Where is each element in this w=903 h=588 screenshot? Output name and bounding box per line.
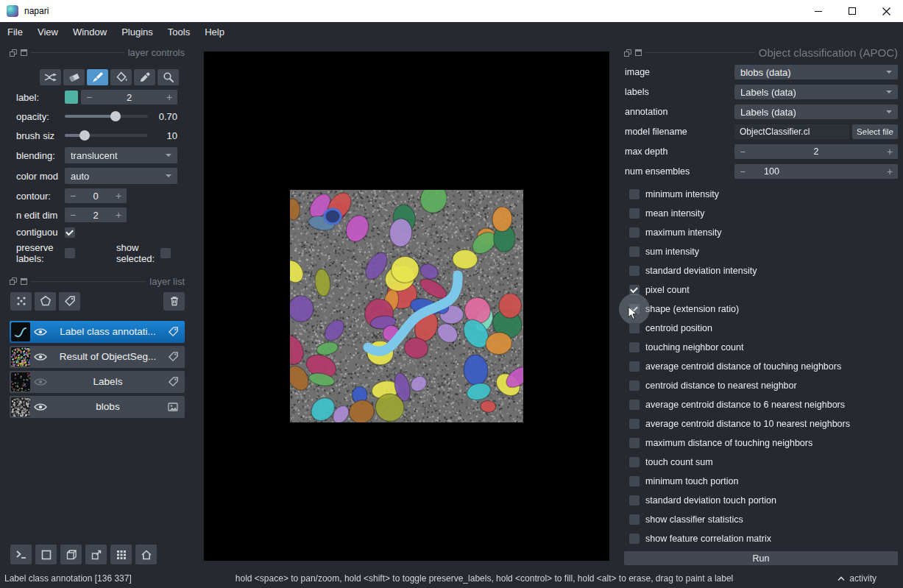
feature-checkbox[interactable] [629, 438, 640, 448]
num-ensembles-value[interactable]: 100 [751, 166, 882, 177]
feature-checkbox[interactable] [629, 419, 640, 429]
visibility-eye-icon[interactable] [34, 327, 50, 336]
slider-handle[interactable] [110, 111, 121, 121]
annotation-dropdown[interactable]: Labels (data) [734, 105, 898, 119]
status-layer-info: Label class annotation [136 337] [4, 573, 132, 584]
contiguous-checkbox[interactable] [65, 227, 75, 238]
layer-row-labels[interactable]: Labels [10, 371, 185, 393]
dock-float-icon[interactable] [624, 49, 631, 57]
n-edit-dim-value[interactable]: 2 [81, 210, 110, 221]
visibility-eye-icon[interactable] [34, 353, 50, 361]
feature-checkbox[interactable] [629, 342, 640, 353]
new-labels-layer-button[interactable] [59, 292, 80, 311]
menu-item-plugins[interactable]: Plugins [114, 22, 160, 42]
minimize-icon [815, 11, 822, 12]
feature-checkbox[interactable] [629, 495, 640, 506]
dock-hide-icon[interactable] [635, 49, 642, 56]
layer-list-title: layer list [149, 276, 185, 287]
opacity-slider[interactable] [65, 109, 148, 124]
feature-checkbox[interactable] [629, 380, 640, 391]
transpose-dimensions-button[interactable] [85, 545, 107, 564]
dock-hide-icon[interactable] [21, 278, 27, 285]
home-button[interactable] [135, 545, 157, 564]
max-depth-decrement-button[interactable]: − [734, 144, 751, 159]
feature-checkbox[interactable] [629, 189, 640, 199]
maximize-icon [849, 7, 856, 15]
activity-toggle[interactable]: activity [837, 573, 877, 584]
num-ensembles-increment-button[interactable]: + [882, 164, 898, 179]
num-ensembles-decrement-button[interactable]: − [734, 164, 751, 179]
label-color-swatch[interactable] [65, 91, 78, 104]
contour-caption: contour: [16, 191, 65, 202]
contour-decrement-button[interactable]: − [65, 188, 81, 203]
paint-tool-button[interactable] [87, 69, 108, 85]
select-file-button[interactable]: Select file [852, 124, 898, 139]
image-dropdown[interactable]: blobs (data) [734, 65, 898, 79]
layer-row-annotation[interactable]: Label class annotati... [10, 321, 185, 343]
feature-checkbox[interactable] [629, 457, 640, 467]
feature-checkbox[interactable] [629, 514, 640, 525]
ndisplay-toggle-button[interactable] [35, 545, 57, 564]
brush-size-slider[interactable] [65, 128, 148, 143]
menu-item-tools[interactable]: Tools [160, 22, 197, 42]
n-edit-dim-increment-button[interactable]: + [110, 208, 127, 222]
contiguous-caption: contiguou [16, 227, 65, 238]
labels-dropdown[interactable]: Labels (data) [734, 85, 898, 99]
delete-layer-button[interactable] [163, 292, 185, 311]
dock-float-icon[interactable] [10, 277, 17, 285]
visibility-eye-icon[interactable] [34, 403, 50, 411]
menu-item-view[interactable]: View [30, 22, 65, 42]
n-edit-dim-decrement-button[interactable]: − [65, 208, 81, 222]
model-filename-input[interactable]: ObjectClassifier.cl [734, 124, 849, 139]
label-increment-button[interactable]: + [161, 90, 177, 105]
feature-checkbox[interactable] [629, 208, 640, 219]
contour-value[interactable]: 0 [81, 191, 110, 202]
fill-tool-button[interactable] [110, 69, 132, 85]
layer-row-blobs[interactable]: blobs [10, 396, 185, 418]
new-shapes-layer-button[interactable] [35, 292, 56, 311]
slider-handle[interactable] [79, 130, 90, 141]
blobs-image[interactable] [290, 190, 523, 422]
feature-checkbox[interactable] [629, 266, 640, 276]
dock-hide-icon[interactable] [21, 49, 27, 56]
feature-row: minimum intensity [624, 185, 898, 204]
feature-checkbox[interactable] [629, 476, 640, 486]
feature-row: average centroid distance of touching ne… [624, 357, 898, 376]
feature-checkbox[interactable] [629, 534, 640, 544]
dock-float-icon[interactable] [10, 49, 17, 57]
label-value[interactable]: 2 [97, 92, 161, 103]
shuffle-colors-button[interactable] [40, 69, 61, 85]
feature-checkbox[interactable] [629, 400, 640, 410]
feature-checkbox[interactable] [629, 323, 640, 333]
menu-item-window[interactable]: Window [65, 22, 114, 42]
show-selected-checkbox[interactable] [160, 248, 171, 258]
new-points-layer-button[interactable] [10, 292, 32, 311]
menu-item-help[interactable]: Help [197, 22, 232, 42]
maximize-button[interactable] [835, 0, 869, 22]
feature-checkbox[interactable] [629, 247, 640, 257]
shuffle-icon [44, 72, 57, 82]
preserve-labels-checkbox[interactable] [65, 248, 75, 258]
contour-increment-button[interactable]: + [110, 188, 127, 203]
picker-tool-button[interactable] [134, 69, 155, 85]
visibility-eye-icon[interactable] [34, 378, 50, 386]
feature-checkbox[interactable] [629, 285, 640, 295]
erase-tool-button[interactable] [63, 69, 85, 85]
max-depth-increment-button[interactable]: + [882, 144, 898, 159]
grid-view-button[interactable] [110, 545, 132, 564]
minimize-button[interactable] [801, 0, 835, 22]
color-mode-dropdown[interactable]: auto [65, 168, 177, 184]
feature-checkbox[interactable] [629, 227, 640, 238]
viewer-canvas[interactable] [204, 52, 609, 561]
layer-row-result[interactable]: Result of ObjectSeg... [10, 346, 185, 368]
run-button[interactable]: Run [624, 551, 898, 565]
blending-dropdown[interactable]: translucent [65, 147, 177, 163]
feature-checkbox[interactable] [629, 361, 640, 372]
roll-dimensions-button[interactable] [60, 545, 82, 564]
max-depth-value[interactable]: 2 [751, 146, 882, 157]
menu-item-file[interactable]: File [0, 22, 30, 42]
close-button[interactable] [869, 0, 903, 22]
zoom-tool-button[interactable] [157, 69, 179, 85]
label-decrement-button[interactable]: − [81, 90, 97, 105]
console-button[interactable] [10, 545, 32, 564]
